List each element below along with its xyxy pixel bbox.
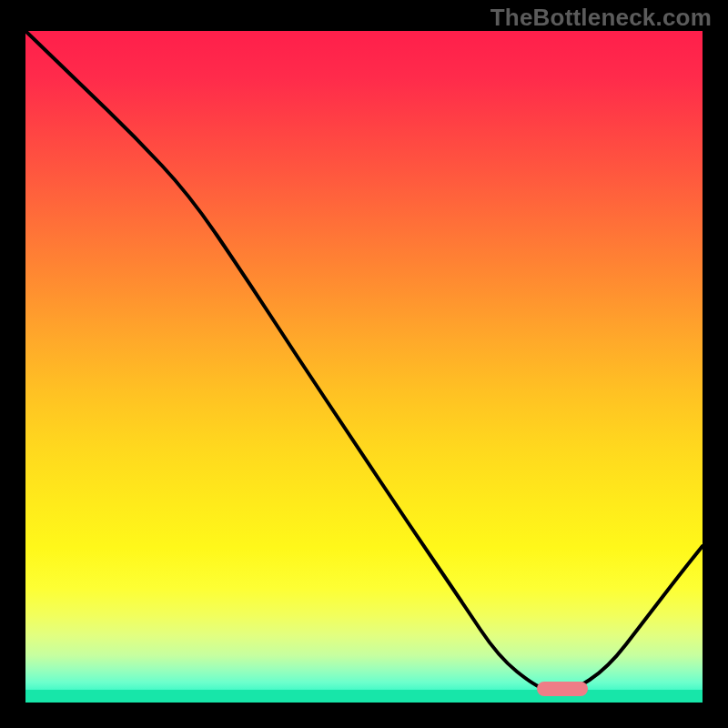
plot-area (25, 31, 703, 703)
watermark-text: TheBottleneck.com (490, 4, 712, 32)
bottleneck-curve (25, 31, 703, 703)
chart-stage: TheBottleneck.com (0, 0, 728, 728)
curve-path (25, 31, 703, 692)
optimal-range-marker (537, 682, 588, 696)
